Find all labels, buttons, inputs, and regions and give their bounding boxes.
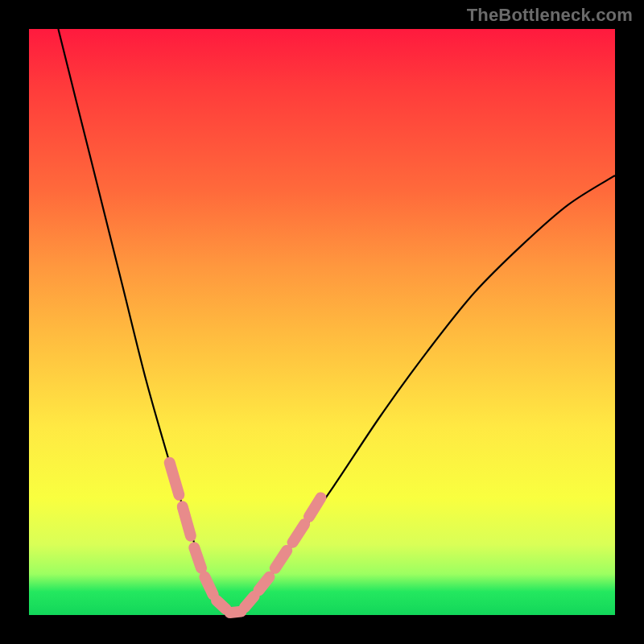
emphasis-bead-right: [275, 551, 287, 568]
emphasis-bead-left: [170, 463, 180, 495]
emphasis-bead-right: [293, 524, 305, 543]
emphasis-bead-right: [245, 597, 254, 608]
emphasis-bead-left: [204, 577, 213, 595]
emphasis-bead-left: [230, 612, 242, 613]
bottleneck-curve: [58, 29, 615, 615]
plot-area: [29, 29, 615, 615]
emphasis-bead-left: [194, 547, 201, 568]
chart-stage: TheBottleneck.com: [0, 0, 644, 644]
emphasis-bead-left: [217, 601, 226, 609]
emphasis-bead-right: [258, 577, 269, 591]
emphasis-bead-right: [309, 497, 321, 516]
curve-svg: [29, 29, 615, 615]
emphasis-bead-left: [183, 506, 191, 535]
watermark-text: TheBottleneck.com: [467, 5, 633, 26]
emphasis-bead-group: [170, 463, 321, 613]
